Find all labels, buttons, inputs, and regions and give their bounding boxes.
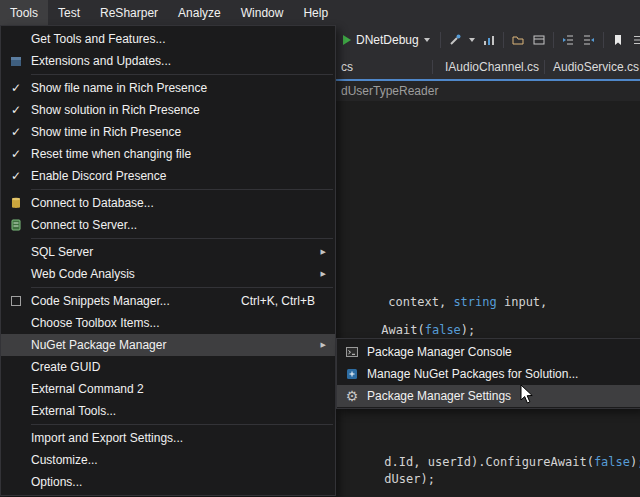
menu-item-label: Code Snippets Manager... (31, 294, 241, 308)
tools-menu: Get Tools and Features... Extensions and… (0, 25, 336, 496)
menu-item-label: Web Code Analysis (31, 267, 335, 281)
menu-item-connect-to-server[interactable]: Connect to Server... (1, 214, 335, 236)
tab-iaudiochannel[interactable]: IAudioChannel.cs (445, 55, 539, 79)
menu-item-external-command-2[interactable]: External Command 2 (1, 378, 335, 400)
menu-item-show-file-name-rich-presence[interactable]: ✓ Show file name in Rich Presence (1, 77, 335, 99)
packages-icon (337, 367, 367, 381)
database-icon (1, 196, 31, 210)
submenu-item-manage-nuget-packages-for-solution[interactable]: Manage NuGet Packages for Solution... (337, 363, 640, 385)
menu-item-label: Get Tools and Features... (31, 32, 335, 46)
chevron-down-icon (424, 38, 430, 42)
chevron-down-icon[interactable] (469, 38, 475, 42)
tab-divider (544, 60, 545, 74)
menubar-item-analyze[interactable]: Analyze (168, 0, 231, 25)
toolbar-separator (553, 32, 554, 48)
menu-item-customize[interactable]: Customize... (1, 449, 335, 471)
server-icon (1, 218, 31, 232)
menu-item-show-time-rich-presence[interactable]: ✓ Show time in Rich Presence (1, 121, 335, 143)
submenu-item-package-manager-settings[interactable]: ⚙ Package Manager Settings (337, 385, 640, 407)
gear-icon: ⚙ (337, 389, 367, 403)
menu-item-label: Choose Toolbox Items... (31, 316, 335, 330)
checkmark-icon: ✓ (1, 169, 31, 183)
mouse-cursor (520, 384, 536, 405)
menu-item-label: Create GUID (31, 360, 335, 374)
menu-separator (31, 287, 333, 288)
menu-item-label: External Tools... (31, 404, 335, 418)
nuget-package-manager-submenu: Package Manager Console Manage NuGet Pac… (336, 338, 640, 409)
menu-item-label: SQL Server (31, 245, 335, 259)
submenu-item-package-manager-console[interactable]: Package Manager Console (337, 341, 640, 363)
menubar-item-tools[interactable]: Tools (0, 0, 48, 25)
open-file-icon[interactable] (511, 31, 525, 49)
tab-partial[interactable]: cs (341, 55, 353, 79)
checkmark-icon: ✓ (1, 125, 31, 139)
checkmark-icon: ✓ (1, 81, 31, 95)
menubar-item-window[interactable]: Window (231, 0, 294, 25)
menu-item-label: NuGet Package Manager (31, 338, 335, 352)
menu-item-label: Show time in Rich Presence (31, 125, 335, 139)
tab-divider (432, 60, 433, 74)
menu-bar: Tools Test ReSharper Analyze Window Help (0, 0, 640, 25)
menu-item-show-solution-rich-presence[interactable]: ✓ Show solution in Rich Presence (1, 99, 335, 121)
navbar-type-dropdown[interactable]: dUserTypeReader (341, 81, 438, 101)
debug-run-button[interactable]: DNetDebug (340, 31, 433, 49)
menu-item-connect-to-database[interactable]: Connect to Database... (1, 192, 335, 214)
code-line: se); (341, 486, 413, 497)
menu-item-label: Package Manager Settings (367, 389, 640, 403)
menu-item-import-export-settings[interactable]: Import and Export Settings... (1, 427, 335, 449)
window-layout-icon[interactable] (532, 31, 546, 49)
menu-item-external-tools[interactable]: External Tools... (1, 400, 335, 422)
menu-separator (31, 424, 333, 425)
menu-item-label: Connect to Database... (31, 196, 335, 210)
toolbar-separator (440, 32, 441, 48)
toolbar-separator (503, 32, 504, 48)
menu-item-label: Enable Discord Presence (31, 169, 335, 183)
submenu-arrow-icon: ▶ (321, 341, 326, 349)
menu-item-extensions-and-updates[interactable]: Extensions and Updates... (1, 50, 335, 72)
menu-separator (31, 238, 333, 239)
toolbar-separator (603, 32, 604, 48)
menu-item-web-code-analysis[interactable]: Web Code Analysis ▶ (1, 263, 335, 285)
console-icon (337, 345, 367, 359)
tab-audioservice[interactable]: AudioService.cs (553, 55, 639, 79)
menu-item-label: Customize... (31, 453, 335, 467)
menu-item-options[interactable]: Options... (1, 471, 335, 493)
profiler-icon[interactable] (482, 31, 496, 49)
menu-item-nuget-package-manager[interactable]: NuGet Package Manager ▶ (1, 334, 335, 356)
bookmark-icon[interactable] (611, 31, 625, 49)
menu-separator (31, 189, 333, 190)
checkmark-icon: ✓ (1, 147, 31, 161)
menu-item-enable-discord-presence[interactable]: ✓ Enable Discord Presence (1, 165, 335, 187)
submenu-arrow-icon: ▶ (321, 248, 326, 256)
menubar-item-test[interactable]: Test (48, 0, 90, 25)
extensions-icon (1, 54, 31, 68)
menubar-item-resharper[interactable]: ReSharper (90, 0, 168, 25)
outdent-icon[interactable] (582, 31, 596, 49)
submenu-arrow-icon: ▶ (321, 270, 326, 278)
menubar-item-help[interactable]: Help (293, 0, 338, 25)
checkmark-icon: ✓ (1, 103, 31, 117)
attach-to-process-icon[interactable] (448, 31, 462, 49)
menu-item-label: Import and Export Settings... (31, 431, 335, 445)
debug-target-label: DNetDebug (356, 33, 419, 47)
menu-item-label: Package Manager Console (367, 345, 640, 359)
indent-icon[interactable] (561, 31, 575, 49)
snippets-icon (1, 294, 31, 308)
task-list-icon[interactable] (632, 31, 640, 49)
menu-separator (31, 74, 333, 75)
menu-item-label: Manage NuGet Packages for Solution... (367, 367, 640, 381)
menu-item-create-guid[interactable]: Create GUID (1, 356, 335, 378)
vs-window: Tools Test ReSharper Analyze Window Help… (0, 0, 640, 497)
menu-item-choose-toolbox-items[interactable]: Choose Toolbox Items... (1, 312, 335, 334)
menu-item-label: Extensions and Updates... (31, 54, 335, 68)
menu-item-code-snippets-manager[interactable]: Code Snippets Manager... Ctrl+K, Ctrl+B (1, 290, 335, 312)
play-icon (343, 35, 351, 45)
menu-item-reset-time-when-changing-file[interactable]: ✓ Reset time when changing file (1, 143, 335, 165)
menu-item-label: Options... (31, 475, 335, 489)
menu-item-sql-server[interactable]: SQL Server ▶ (1, 241, 335, 263)
menu-item-label: Show file name in Rich Presence (31, 81, 335, 95)
menu-item-label: Show solution in Rich Presence (31, 103, 335, 117)
menu-item-label: Reset time when changing file (31, 147, 335, 161)
menu-item-shortcut: Ctrl+K, Ctrl+B (241, 294, 315, 308)
menu-item-get-tools-and-features[interactable]: Get Tools and Features... (1, 28, 335, 50)
